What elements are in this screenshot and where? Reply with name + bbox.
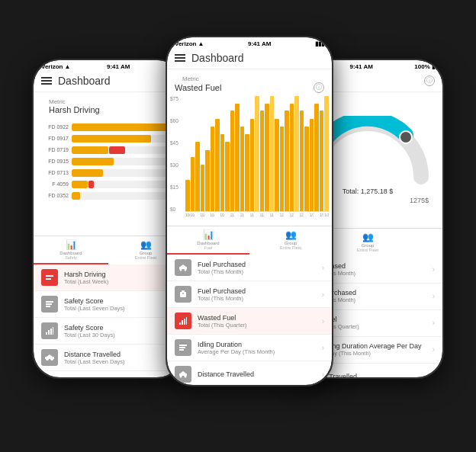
phone-left: Verizon ▲ 9:41 AM ▮▮▮ Dashboard Metric H… xyxy=(32,59,185,379)
svg-marker-16 xyxy=(180,264,186,267)
menu-item-safety-score-2[interactable]: Safety Score Total (Last 30 Days) › xyxy=(34,318,183,345)
time-right: 9:41 AM xyxy=(349,63,372,70)
menu-title-3: Safety Score xyxy=(64,324,173,332)
menu-right-title-2: Purchased xyxy=(323,289,433,297)
metric-name-center: Wasted Fuel xyxy=(175,83,221,92)
menu-center-title-4: Idling Duration xyxy=(198,341,322,348)
safety-score-icon-1 xyxy=(41,296,58,313)
vc-bar-18 xyxy=(270,96,275,212)
svg-marker-12 xyxy=(47,354,53,357)
vc-bar-28 xyxy=(320,111,324,211)
svg-rect-25 xyxy=(179,347,185,348)
tab-group-center[interactable]: 👥 Group Entire Fleet xyxy=(249,226,332,255)
vc-bar-10 xyxy=(230,111,235,211)
menu-item-distance-center[interactable]: Distance Travelled › xyxy=(167,361,332,385)
battery-center: ▮▮▮ xyxy=(315,40,324,47)
time-left: 9:41 AM xyxy=(107,63,130,70)
svg-rect-6 xyxy=(48,330,50,335)
svg-rect-11 xyxy=(45,357,54,359)
svg-rect-22 xyxy=(184,319,185,325)
fuel-purchased-icon-2 xyxy=(175,286,191,303)
vc-bar-7 xyxy=(215,119,220,211)
menu-right-title-3: Fuel xyxy=(323,316,433,323)
menu-item-idling[interactable]: Idling Duration Average Per Day (This Mo… xyxy=(167,335,332,361)
distance-icon xyxy=(41,349,58,366)
vc-bar-4 xyxy=(201,165,205,211)
menu-title-1: Harsh Driving xyxy=(64,271,173,278)
tab-dashboard-left[interactable]: 📊 Dashboard Safety xyxy=(34,236,108,264)
menu-right-sub-2: (This Month) xyxy=(323,297,433,303)
menu-item-wasted-fuel[interactable]: Wasted Fuel Total (This Quarter) › xyxy=(167,308,332,335)
menu-center-title-2: Fuel Purchased xyxy=(198,287,322,295)
distance-icon-center xyxy=(175,366,191,383)
hamburger-left[interactable] xyxy=(41,77,52,85)
svg-rect-2 xyxy=(46,301,53,303)
menu-item-fuel-purchased-2[interactable]: Fuel Purchased Total (This Month) › xyxy=(167,281,332,308)
vc-bar-26 xyxy=(310,119,314,211)
safety-score-icon-2 xyxy=(41,322,58,339)
vc-bar-2 xyxy=(191,157,195,211)
hamburger-center[interactable] xyxy=(175,54,185,62)
menu-right-title-1: chased xyxy=(323,262,433,270)
bar-row-6: F 4059 xyxy=(40,181,177,188)
svg-rect-23 xyxy=(186,317,187,325)
harsh-driving-icon xyxy=(41,269,58,286)
info-icon-right[interactable]: ⓘ xyxy=(424,75,435,86)
menu-center-title-3: Wasted Fuel xyxy=(198,314,322,322)
gauge-total-label: Total: 1,275.18 $ xyxy=(343,188,394,195)
vc-bar-25 xyxy=(304,127,309,211)
status-bar-center: Verizon ▲ 9:41 AM ▮▮▮ xyxy=(167,37,332,49)
menu-center-sub-3: Total (This Quarter) xyxy=(198,322,322,329)
group-icon-left: 👥 xyxy=(140,239,152,250)
bar-row-5: FD 0713 xyxy=(40,169,177,177)
metric-label-left: Metric xyxy=(41,95,175,105)
wifi-icon-left: ▲ xyxy=(64,63,70,70)
chart-area-center: $75 $60 $45 $30 $15 $0 xyxy=(167,96,332,226)
metric-label-center: Metric xyxy=(175,72,324,82)
vc-bar-17 xyxy=(265,104,269,211)
menu-item-distance[interactable]: Distance Travelled Total (Last Seven Day… xyxy=(34,345,183,371)
vc-bar-23 xyxy=(294,96,299,212)
menu-center-sub-1: Total (This Month) xyxy=(198,268,322,275)
vc-bar-16 xyxy=(260,111,265,211)
menu-item-safety-score-1[interactable]: Safety Score Total (Last Seven Days) › xyxy=(34,291,183,318)
svg-rect-7 xyxy=(50,329,52,335)
menu-title-4: Distance Travelled xyxy=(64,351,173,358)
menu-center-title-5: Distance Travelled xyxy=(198,370,322,378)
vc-bar-21 xyxy=(285,111,289,211)
menu-sub-3: Total (Last 30 Days) xyxy=(64,332,173,338)
menu-list-left: Harsh Driving Total (Last Week) › Safety… xyxy=(34,264,183,377)
svg-rect-3 xyxy=(46,303,52,305)
svg-rect-29 xyxy=(179,373,187,376)
tab-dashboard-center[interactable]: 📊 Dashboard Fuel xyxy=(167,226,249,255)
svg-rect-4 xyxy=(46,306,50,307)
svg-point-31 xyxy=(400,131,412,143)
carrier-left: Verizon xyxy=(41,63,63,70)
bar-row-1: FD 0922 xyxy=(40,123,177,131)
menu-item-fuel-purchased-1[interactable]: Fuel Purchased Total (This Month) › xyxy=(167,255,332,281)
phone-center: Verizon ▲ 9:41 AM ▮▮▮ Dashboard Metric xyxy=(166,36,333,386)
svg-rect-21 xyxy=(182,320,183,325)
vc-bar-13 xyxy=(245,134,249,212)
info-icon-center[interactable]: ⓘ xyxy=(314,82,324,93)
bar-row-2: FD 0917 xyxy=(40,135,177,143)
tab-bar-center: 📊 Dashboard Fuel 👥 Group Entire Fleet xyxy=(167,226,332,255)
vc-bar-27 xyxy=(314,104,319,211)
vc-bar-5 xyxy=(205,150,210,211)
vc-bar-9 xyxy=(225,142,230,211)
svg-rect-1 xyxy=(46,278,51,280)
dashboard-icon-left: 📊 xyxy=(66,239,77,250)
menu-item-harsh-driving[interactable]: Harsh Driving Total (Last Week) › xyxy=(34,264,183,291)
battery-right: 100% ▮ xyxy=(414,63,435,70)
vc-bar-11 xyxy=(235,104,240,211)
menu-center-title-1: Fuel Purchased xyxy=(198,261,322,268)
vc-bar-22 xyxy=(290,104,294,211)
vc-bar-29 xyxy=(324,96,329,212)
dashboard-icon-center: 📊 xyxy=(203,229,214,240)
menu-title-2: Safety Score xyxy=(64,297,173,305)
bar-row-7: FD 0352 xyxy=(40,192,177,200)
vc-bar-6 xyxy=(211,127,215,211)
menu-right-sub-4: r Day (This Month) xyxy=(323,350,433,357)
menu-right-sub-3: (This Quarter) xyxy=(323,323,433,330)
app-header-center: Dashboard xyxy=(167,49,332,69)
